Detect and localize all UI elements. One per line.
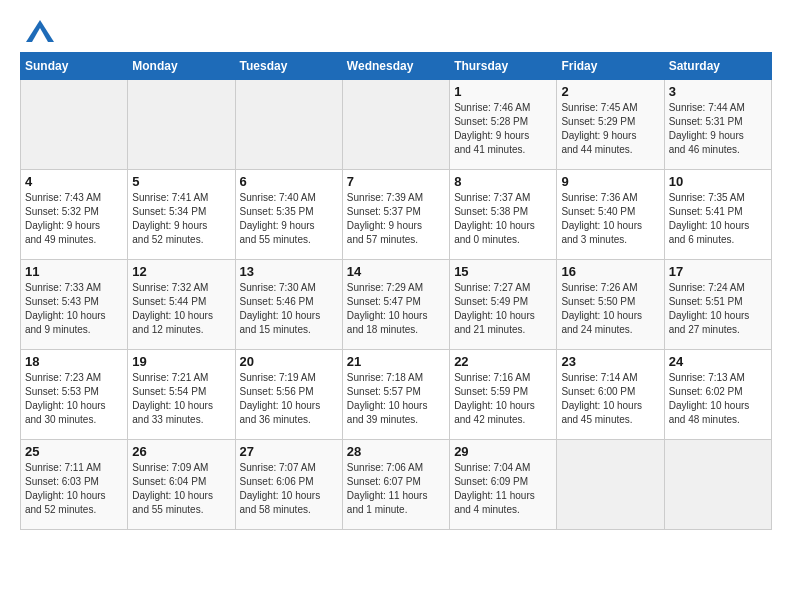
calendar-cell — [128, 80, 235, 170]
day-number: 9 — [561, 174, 659, 189]
week-row-1: 4Sunrise: 7:43 AM Sunset: 5:32 PM Daylig… — [21, 170, 772, 260]
calendar-cell: 27Sunrise: 7:07 AM Sunset: 6:06 PM Dayli… — [235, 440, 342, 530]
day-info: Sunrise: 7:41 AM Sunset: 5:34 PM Dayligh… — [132, 191, 230, 247]
day-number: 12 — [132, 264, 230, 279]
logo — [20, 20, 54, 42]
week-row-0: 1Sunrise: 7:46 AM Sunset: 5:28 PM Daylig… — [21, 80, 772, 170]
calendar-cell: 8Sunrise: 7:37 AM Sunset: 5:38 PM Daylig… — [450, 170, 557, 260]
calendar-cell: 23Sunrise: 7:14 AM Sunset: 6:00 PM Dayli… — [557, 350, 664, 440]
day-info: Sunrise: 7:39 AM Sunset: 5:37 PM Dayligh… — [347, 191, 445, 247]
calendar-cell: 29Sunrise: 7:04 AM Sunset: 6:09 PM Dayli… — [450, 440, 557, 530]
calendar-cell: 1Sunrise: 7:46 AM Sunset: 5:28 PM Daylig… — [450, 80, 557, 170]
calendar-cell: 15Sunrise: 7:27 AM Sunset: 5:49 PM Dayli… — [450, 260, 557, 350]
calendar-cell — [342, 80, 449, 170]
day-info: Sunrise: 7:04 AM Sunset: 6:09 PM Dayligh… — [454, 461, 552, 517]
day-number: 1 — [454, 84, 552, 99]
calendar-cell: 7Sunrise: 7:39 AM Sunset: 5:37 PM Daylig… — [342, 170, 449, 260]
header-monday: Monday — [128, 53, 235, 80]
week-row-4: 25Sunrise: 7:11 AM Sunset: 6:03 PM Dayli… — [21, 440, 772, 530]
calendar-cell: 18Sunrise: 7:23 AM Sunset: 5:53 PM Dayli… — [21, 350, 128, 440]
calendar-cell: 9Sunrise: 7:36 AM Sunset: 5:40 PM Daylig… — [557, 170, 664, 260]
calendar-cell: 19Sunrise: 7:21 AM Sunset: 5:54 PM Dayli… — [128, 350, 235, 440]
day-info: Sunrise: 7:06 AM Sunset: 6:07 PM Dayligh… — [347, 461, 445, 517]
day-number: 3 — [669, 84, 767, 99]
day-info: Sunrise: 7:37 AM Sunset: 5:38 PM Dayligh… — [454, 191, 552, 247]
day-info: Sunrise: 7:16 AM Sunset: 5:59 PM Dayligh… — [454, 371, 552, 427]
day-info: Sunrise: 7:40 AM Sunset: 5:35 PM Dayligh… — [240, 191, 338, 247]
day-info: Sunrise: 7:21 AM Sunset: 5:54 PM Dayligh… — [132, 371, 230, 427]
calendar-cell: 20Sunrise: 7:19 AM Sunset: 5:56 PM Dayli… — [235, 350, 342, 440]
day-number: 4 — [25, 174, 123, 189]
calendar-cell: 10Sunrise: 7:35 AM Sunset: 5:41 PM Dayli… — [664, 170, 771, 260]
day-number: 22 — [454, 354, 552, 369]
calendar-cell: 24Sunrise: 7:13 AM Sunset: 6:02 PM Dayli… — [664, 350, 771, 440]
day-info: Sunrise: 7:44 AM Sunset: 5:31 PM Dayligh… — [669, 101, 767, 157]
day-number: 23 — [561, 354, 659, 369]
day-number: 11 — [25, 264, 123, 279]
day-info: Sunrise: 7:33 AM Sunset: 5:43 PM Dayligh… — [25, 281, 123, 337]
day-info: Sunrise: 7:18 AM Sunset: 5:57 PM Dayligh… — [347, 371, 445, 427]
day-number: 16 — [561, 264, 659, 279]
day-info: Sunrise: 7:30 AM Sunset: 5:46 PM Dayligh… — [240, 281, 338, 337]
day-number: 8 — [454, 174, 552, 189]
day-info: Sunrise: 7:29 AM Sunset: 5:47 PM Dayligh… — [347, 281, 445, 337]
day-info: Sunrise: 7:32 AM Sunset: 5:44 PM Dayligh… — [132, 281, 230, 337]
week-row-2: 11Sunrise: 7:33 AM Sunset: 5:43 PM Dayli… — [21, 260, 772, 350]
day-number: 20 — [240, 354, 338, 369]
day-info: Sunrise: 7:46 AM Sunset: 5:28 PM Dayligh… — [454, 101, 552, 157]
day-info: Sunrise: 7:26 AM Sunset: 5:50 PM Dayligh… — [561, 281, 659, 337]
calendar-cell: 5Sunrise: 7:41 AM Sunset: 5:34 PM Daylig… — [128, 170, 235, 260]
day-number: 10 — [669, 174, 767, 189]
header-tuesday: Tuesday — [235, 53, 342, 80]
day-info: Sunrise: 7:43 AM Sunset: 5:32 PM Dayligh… — [25, 191, 123, 247]
day-info: Sunrise: 7:36 AM Sunset: 5:40 PM Dayligh… — [561, 191, 659, 247]
calendar-cell: 14Sunrise: 7:29 AM Sunset: 5:47 PM Dayli… — [342, 260, 449, 350]
day-number: 27 — [240, 444, 338, 459]
calendar-cell: 11Sunrise: 7:33 AM Sunset: 5:43 PM Dayli… — [21, 260, 128, 350]
day-info: Sunrise: 7:35 AM Sunset: 5:41 PM Dayligh… — [669, 191, 767, 247]
header-row: SundayMondayTuesdayWednesdayThursdayFrid… — [21, 53, 772, 80]
calendar-cell: 12Sunrise: 7:32 AM Sunset: 5:44 PM Dayli… — [128, 260, 235, 350]
day-info: Sunrise: 7:11 AM Sunset: 6:03 PM Dayligh… — [25, 461, 123, 517]
calendar-table: SundayMondayTuesdayWednesdayThursdayFrid… — [20, 52, 772, 530]
header-friday: Friday — [557, 53, 664, 80]
week-row-3: 18Sunrise: 7:23 AM Sunset: 5:53 PM Dayli… — [21, 350, 772, 440]
day-number: 18 — [25, 354, 123, 369]
day-info: Sunrise: 7:13 AM Sunset: 6:02 PM Dayligh… — [669, 371, 767, 427]
day-number: 15 — [454, 264, 552, 279]
day-number: 17 — [669, 264, 767, 279]
logo-icon — [26, 20, 54, 42]
calendar-cell: 28Sunrise: 7:06 AM Sunset: 6:07 PM Dayli… — [342, 440, 449, 530]
day-info: Sunrise: 7:45 AM Sunset: 5:29 PM Dayligh… — [561, 101, 659, 157]
calendar-cell — [235, 80, 342, 170]
day-number: 29 — [454, 444, 552, 459]
day-info: Sunrise: 7:19 AM Sunset: 5:56 PM Dayligh… — [240, 371, 338, 427]
calendar-cell: 2Sunrise: 7:45 AM Sunset: 5:29 PM Daylig… — [557, 80, 664, 170]
header-wednesday: Wednesday — [342, 53, 449, 80]
header-saturday: Saturday — [664, 53, 771, 80]
day-number: 7 — [347, 174, 445, 189]
header-thursday: Thursday — [450, 53, 557, 80]
calendar-cell: 3Sunrise: 7:44 AM Sunset: 5:31 PM Daylig… — [664, 80, 771, 170]
calendar-cell: 6Sunrise: 7:40 AM Sunset: 5:35 PM Daylig… — [235, 170, 342, 260]
header-sunday: Sunday — [21, 53, 128, 80]
day-number: 28 — [347, 444, 445, 459]
day-info: Sunrise: 7:09 AM Sunset: 6:04 PM Dayligh… — [132, 461, 230, 517]
calendar-cell: 26Sunrise: 7:09 AM Sunset: 6:04 PM Dayli… — [128, 440, 235, 530]
day-info: Sunrise: 7:23 AM Sunset: 5:53 PM Dayligh… — [25, 371, 123, 427]
day-info: Sunrise: 7:24 AM Sunset: 5:51 PM Dayligh… — [669, 281, 767, 337]
day-number: 6 — [240, 174, 338, 189]
day-number: 25 — [25, 444, 123, 459]
day-number: 26 — [132, 444, 230, 459]
day-info: Sunrise: 7:14 AM Sunset: 6:00 PM Dayligh… — [561, 371, 659, 427]
calendar-cell: 21Sunrise: 7:18 AM Sunset: 5:57 PM Dayli… — [342, 350, 449, 440]
calendar-cell — [557, 440, 664, 530]
calendar-cell: 16Sunrise: 7:26 AM Sunset: 5:50 PM Dayli… — [557, 260, 664, 350]
day-number: 21 — [347, 354, 445, 369]
calendar-cell: 25Sunrise: 7:11 AM Sunset: 6:03 PM Dayli… — [21, 440, 128, 530]
day-number: 19 — [132, 354, 230, 369]
calendar-cell: 22Sunrise: 7:16 AM Sunset: 5:59 PM Dayli… — [450, 350, 557, 440]
header — [20, 20, 772, 42]
calendar-cell: 17Sunrise: 7:24 AM Sunset: 5:51 PM Dayli… — [664, 260, 771, 350]
calendar-cell — [21, 80, 128, 170]
